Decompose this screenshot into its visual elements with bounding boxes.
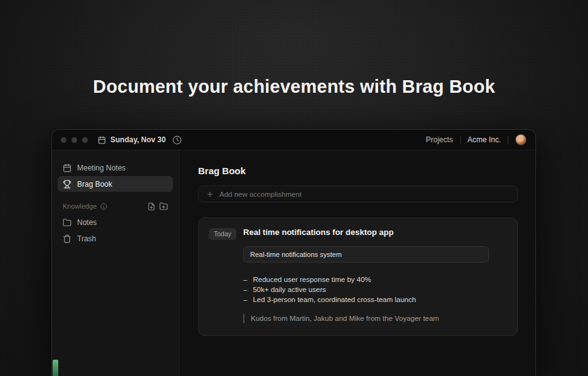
- sidebar-item-trash[interactable]: Trash: [58, 231, 173, 246]
- bullet-item: 50k+ daily active users: [243, 285, 507, 295]
- sidebar-item-meeting-notes[interactable]: Meeting Notes: [58, 160, 173, 175]
- sidebar-section-knowledge: Knowledge: [58, 202, 173, 211]
- window-close-button[interactable]: [61, 137, 66, 143]
- calendar-icon: [63, 164, 71, 172]
- section-label: Knowledge: [63, 202, 97, 210]
- app-window: Sunday, Nov 30 Projects Acme Inc. Meetin…: [51, 129, 536, 376]
- sidebar-item-label: Trash: [77, 234, 96, 243]
- accomplishment-name-input[interactable]: [243, 246, 489, 263]
- bullet-item: Led 3-person team, coordinated cross-tea…: [243, 295, 507, 305]
- accomplishment-bullets: Reduced user response time by 40% 50k+ d…: [243, 274, 507, 305]
- sidebar-item-label: Brag Book: [77, 180, 112, 189]
- nav-workspace[interactable]: Acme Inc.: [468, 135, 501, 144]
- divider: [460, 136, 461, 144]
- window-zoom-button[interactable]: [82, 137, 88, 143]
- page-heading: Brag Book: [198, 165, 518, 176]
- green-accent-decoration: [53, 360, 58, 376]
- window-controls: [61, 137, 88, 143]
- plus-icon: [206, 191, 214, 198]
- nav-projects[interactable]: Projects: [426, 135, 453, 144]
- new-folder-icon[interactable]: [159, 202, 168, 211]
- sidebar-item-label: Notes: [77, 218, 97, 227]
- date-display: Sunday, Nov 30: [98, 135, 165, 144]
- info-icon[interactable]: [100, 203, 107, 210]
- calendar-icon: [98, 136, 106, 144]
- sidebar-item-brag-book[interactable]: Brag Book: [58, 176, 173, 192]
- date-badge: Today: [209, 228, 236, 240]
- trash-icon: [63, 234, 71, 243]
- titlebar: Sunday, Nov 30 Projects Acme Inc.: [52, 130, 535, 150]
- add-accomplishment-button[interactable]: Add new accomplishment: [198, 185, 518, 202]
- folder-icon: [63, 218, 71, 227]
- accomplishment-card: Today Real time notifications for deskto…: [198, 217, 518, 336]
- add-accomplishment-label: Add new accomplishment: [219, 191, 302, 198]
- sidebar-item-label: Meeting Notes: [77, 164, 125, 172]
- sidebar-item-notes[interactable]: Notes: [58, 214, 173, 230]
- kudos-quote: Kudos from Martin, Jakub and Mike from t…: [243, 314, 507, 323]
- trophy-icon: [63, 180, 71, 189]
- sidebar: Meeting Notes Brag Book Knowledge: [52, 150, 179, 376]
- date-label: Sunday, Nov 30: [110, 135, 165, 144]
- avatar[interactable]: [515, 134, 527, 145]
- clock-icon[interactable]: [172, 135, 182, 145]
- main-panel: Brag Book Add new accomplishment Today R…: [179, 150, 535, 376]
- divider: [508, 136, 508, 144]
- accomplishment-title: Real time notifications for desktop app: [243, 227, 507, 237]
- window-minimize-button[interactable]: [71, 137, 77, 143]
- page-title: Document your achievements with Brag Boo…: [0, 76, 588, 97]
- new-note-icon[interactable]: [147, 202, 155, 211]
- bullet-item: Reduced user response time by 40%: [243, 274, 507, 285]
